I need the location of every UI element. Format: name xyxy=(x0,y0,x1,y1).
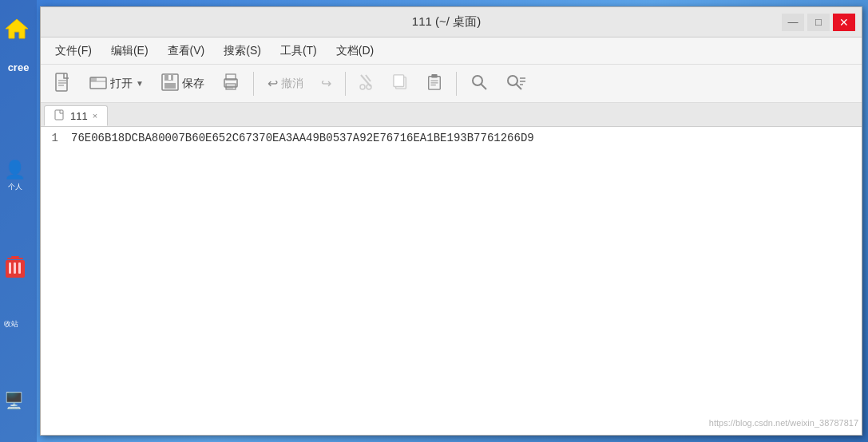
tab-bar: 111 × xyxy=(41,103,862,127)
minimize-button[interactable]: — xyxy=(782,14,804,31)
svg-rect-30 xyxy=(431,74,437,78)
svg-rect-17 xyxy=(168,75,171,80)
redo-button[interactable]: ↪ xyxy=(314,69,339,98)
save-icon xyxy=(161,73,179,93)
svg-marker-6 xyxy=(6,19,28,38)
search-replace-button[interactable] xyxy=(498,69,533,98)
menu-view[interactable]: 查看(V) xyxy=(160,41,213,61)
menu-search[interactable]: 搜索(S) xyxy=(216,41,269,61)
svg-rect-5 xyxy=(18,262,21,274)
line-number-1: 1 xyxy=(47,132,58,144)
search-replace-icon xyxy=(505,73,526,93)
undo-label: 撤消 xyxy=(281,77,303,91)
home-desktop-icon xyxy=(4,16,30,45)
title-bar: 111 (~/ 桌面) — □ ✕ xyxy=(41,7,862,37)
svg-rect-7 xyxy=(56,73,67,91)
toolbar: 打开 ▼ 保存 xyxy=(41,65,862,103)
menu-file[interactable]: 文件(F) xyxy=(47,41,100,61)
open-label: 打开 xyxy=(110,77,133,91)
svg-rect-0 xyxy=(7,258,23,259)
svg-point-25 xyxy=(360,85,365,89)
svg-rect-3 xyxy=(9,262,11,274)
monitor-desktop-icon: 🖥️ xyxy=(4,391,24,410)
tab-close-button[interactable]: × xyxy=(93,111,97,120)
tab-111[interactable]: 111 × xyxy=(44,105,108,126)
cut-button[interactable] xyxy=(352,69,382,98)
undo-icon: ↩ xyxy=(268,77,278,90)
save-button[interactable]: 保存 xyxy=(154,69,212,98)
save-label: 保存 xyxy=(182,77,204,91)
redo-icon: ↪ xyxy=(321,77,331,90)
new-file-icon xyxy=(54,73,72,94)
editor-area[interactable]: 1 76E06B18DCBA80007B60E652C67370EA3AA49B… xyxy=(41,127,862,435)
paste-button[interactable] xyxy=(419,69,450,98)
menu-bar: 文件(F) 编辑(E) 查看(V) 搜索(S) 工具(T) 文档(D) xyxy=(41,37,862,65)
undo-button[interactable]: ↩ 撤消 xyxy=(260,69,311,98)
close-button[interactable]: ✕ xyxy=(833,14,855,31)
open-dropdown-arrow: ▼ xyxy=(136,79,144,88)
trash-desktop-icon xyxy=(3,255,27,281)
toolbar-separator-1 xyxy=(253,72,254,96)
svg-rect-1 xyxy=(11,256,19,258)
cut-icon xyxy=(359,73,375,93)
toolbar-separator-3 xyxy=(456,72,457,96)
svg-rect-41 xyxy=(55,110,63,120)
print-icon xyxy=(222,73,240,93)
search-button[interactable] xyxy=(463,69,495,98)
copy-icon xyxy=(393,73,409,93)
print-button[interactable] xyxy=(215,69,247,98)
svg-rect-4 xyxy=(14,262,16,274)
line-numbers: 1 xyxy=(41,127,65,435)
menu-tools[interactable]: 工具(T) xyxy=(272,41,325,61)
svg-line-35 xyxy=(481,85,486,90)
watermark: https://blog.csdn.net/weixin_38787817 xyxy=(709,418,858,428)
window-controls: — □ ✕ xyxy=(782,14,855,31)
main-window: 111 (~/ 桌面) — □ ✕ 文件(F) 编辑(E) 查看(V) 搜索(S… xyxy=(40,6,862,436)
paste-icon xyxy=(426,73,442,93)
new-file-button[interactable] xyxy=(47,69,79,98)
svg-rect-16 xyxy=(164,83,176,89)
editor-content[interactable]: 76E06B18DCBA80007B60E652C67370EA3AA49B05… xyxy=(65,127,862,435)
tab-label: 111 xyxy=(70,110,88,122)
person-desktop-icon: 👤 个人 xyxy=(4,160,26,192)
open-icon xyxy=(89,73,107,93)
tab-file-icon xyxy=(54,109,65,123)
copy-button[interactable] xyxy=(386,69,416,98)
maximize-button[interactable]: □ xyxy=(807,14,830,31)
cree-label: cree xyxy=(0,61,37,75)
collect-desktop-icon: 收站 xyxy=(4,319,18,330)
menu-docs[interactable]: 文档(D) xyxy=(328,41,382,61)
svg-point-36 xyxy=(508,76,517,85)
svg-point-34 xyxy=(473,76,482,85)
svg-rect-28 xyxy=(394,75,404,87)
menu-edit[interactable]: 编辑(E) xyxy=(103,41,157,61)
open-button[interactable]: 打开 ▼ xyxy=(82,69,151,98)
toolbar-separator-2 xyxy=(345,72,346,96)
search-icon xyxy=(470,73,488,93)
window-title: 111 (~/ 桌面) xyxy=(111,14,782,30)
